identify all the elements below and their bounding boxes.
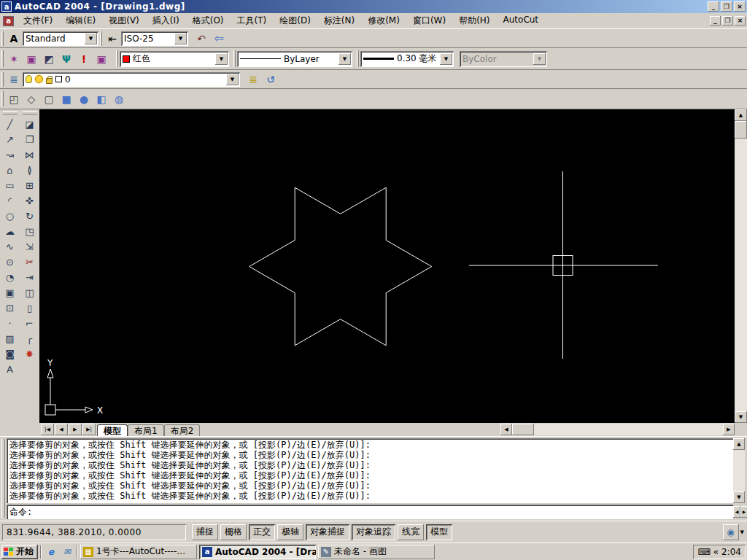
extend-tool[interactable]: ⇥ [20,270,39,285]
status-toggle-对象追踪[interactable]: 对象追踪 [352,524,395,540]
move-tool[interactable]: ✜ [20,193,39,209]
toolbar-grip[interactable] [3,111,18,114]
menu-item-窗口(W)[interactable]: 窗口(W) [406,13,452,28]
toolbar-grip[interactable] [1,31,4,46]
polyline-tool[interactable]: ↝ [1,147,19,163]
ellipse-arc-tool[interactable]: ◔ [1,270,19,285]
tab-nav-3[interactable]: ▶| [82,424,96,435]
break-at-point-tool[interactable]: ◫ [20,285,39,300]
autocut-tool-5-icon[interactable]: ▣ [93,51,110,67]
scroll-up-icon[interactable]: ▲ [733,438,745,450]
command-history[interactable]: 选择要修剪的对象，或按住 Shift 键选择要延伸的对象，或 [投影(P)/边(… [7,438,733,503]
horizontal-scrollbar[interactable]: ◀ ▶ [500,424,735,435]
color-combo[interactable]: 红色 ▼ [120,51,229,67]
restore-button[interactable]: ❐ [721,1,732,12]
circle-tool[interactable]: ○ [1,209,19,224]
scroll-down-icon[interactable]: ▼ [733,491,745,503]
drawing-canvas[interactable]: YX [39,109,735,423]
command-window-grip[interactable] [1,439,5,518]
autocut-tool-3-icon[interactable]: Ψ [58,51,75,67]
mtext-tool[interactable]: A [1,362,19,377]
gouraud-shaded-icon[interactable]: ● [75,91,93,107]
scroll-left-icon[interactable]: ◀ [733,506,740,518]
autocut-tool-4-icon[interactable]: ! [75,51,93,67]
close-button[interactable]: × [734,1,746,12]
stretch-tool[interactable]: ⇲ [20,239,39,254]
array-tool[interactable]: ⊞ [20,178,39,193]
flat-shaded-icon[interactable]: ■ [58,91,75,107]
autocut-tool-2-icon[interactable]: ◩ [40,51,58,67]
tab-nav-2[interactable]: ▶ [69,424,82,435]
quick-launch-mail-icon[interactable]: ✉ [60,545,74,559]
menu-item-修改(M)[interactable]: 修改(M) [361,13,406,28]
trim-tool[interactable]: ✂ [20,254,39,270]
chevron-down-icon[interactable]: ▼ [440,53,452,65]
break-tool[interactable]: ▯ [20,300,39,316]
horizontal-scroll-thumb[interactable] [512,424,534,435]
communication-center-icon[interactable]: ◉ [723,524,739,540]
insert-block-tool[interactable]: ▣ [1,285,19,300]
command-input[interactable]: 命令: [7,505,733,519]
status-toggle-线宽[interactable]: 线宽 [398,524,424,540]
scroll-down-icon[interactable]: ▼ [735,411,747,423]
offset-tool[interactable]: ≬ [20,163,39,178]
dim-style-manager-icon[interactable]: ⇤ [104,31,121,47]
scroll-up-icon[interactable]: ▲ [735,109,747,121]
toolbar-grip[interactable] [357,50,359,67]
chevron-down-icon[interactable]: ▼ [85,33,97,44]
chevron-down-icon[interactable]: ▼ [215,53,228,65]
minimize-button[interactable]: _ [708,1,719,12]
make-block-tool[interactable]: ⊡ [1,300,19,316]
tab-nav-1[interactable]: ◀ [55,424,68,435]
construction-line-tool[interactable]: ↗ [1,132,19,147]
erase-tool[interactable]: ◪ [20,117,39,132]
mirror-tool[interactable]: ⋈ [20,147,39,163]
lock-icon[interactable] [46,78,53,84]
hidden-icon[interactable]: ▢ [40,91,58,107]
menu-item-绘图(D)[interactable]: 绘图(D) [273,13,317,28]
rectangle-tool[interactable]: ▭ [1,178,19,193]
chamfer-tool[interactable]: ⌐ [20,316,39,331]
menu-item-AutoCut[interactable]: AutoCut [497,13,546,28]
quick-launch-ie-icon[interactable]: e [44,545,58,559]
toolbar-grip[interactable] [233,50,236,67]
2d-wireframe-icon[interactable]: ◰ [5,91,23,107]
layer-combo[interactable]: 0 ▼ [23,72,240,87]
text-style-manager-icon[interactable]: A [5,31,23,47]
start-button[interactable]: 开始 [1,545,38,559]
region-tool[interactable]: ◙ [1,346,19,362]
keyboard-icon[interactable]: ⌨ [697,547,710,557]
match-properties-icon[interactable]: ✶ [5,51,23,67]
doc-close-button[interactable]: × [735,16,746,26]
menu-item-工具(T)[interactable]: 工具(T) [231,13,274,28]
task-button-1[interactable]: aAutoCAD 2004 - [Dra... [199,545,316,559]
bulb-icon[interactable] [26,75,32,83]
flat-shaded-edges-icon[interactable]: ◧ [93,91,110,107]
tab-布局2[interactable]: 布局2 [164,424,201,436]
dim-style-combo[interactable]: ISO-25 ▼ [121,31,188,46]
toolbar-grip[interactable] [1,72,4,87]
polygon-tool[interactable]: ⌂ [1,163,19,178]
status-toggle-正交[interactable]: 正交 [249,524,275,540]
status-toggle-对象捕捉[interactable]: 对象捕捉 [306,524,349,540]
fillet-tool[interactable]: ╭ [20,331,39,346]
sun-icon[interactable] [35,75,43,83]
toolbar-grip[interactable] [100,31,102,46]
explode-tool[interactable]: ✸ [20,346,39,362]
hatch-tool[interactable]: ▨ [1,331,19,346]
doc-minimize-button[interactable]: _ [710,16,721,26]
task-button-0[interactable]: ▦1号卡---AutoCut----... [80,545,197,559]
toolbar-grip[interactable] [23,111,37,114]
chevron-down-icon[interactable]: ▼ [338,53,351,65]
layer-previous-icon[interactable]: ↺ [262,71,279,88]
tab-布局1[interactable]: 布局1 [128,424,164,436]
doc-restore-button[interactable]: ❐ [722,16,733,26]
layer-manager-icon[interactable]: ≣ [5,71,23,88]
point-tool[interactable]: · [1,316,19,331]
menu-item-编辑(E)[interactable]: 编辑(E) [59,13,102,28]
status-toggle-模型[interactable]: 模型 [426,524,452,540]
linetype-combo[interactable]: ByLayer ▼ [237,51,352,67]
coordinate-display[interactable]: 831.9644, 388.2010, 0.0000 [2,524,186,540]
task-button-2[interactable]: ✎未命名 - 画图 [318,545,435,559]
vertical-scroll-thumb[interactable] [735,121,747,139]
